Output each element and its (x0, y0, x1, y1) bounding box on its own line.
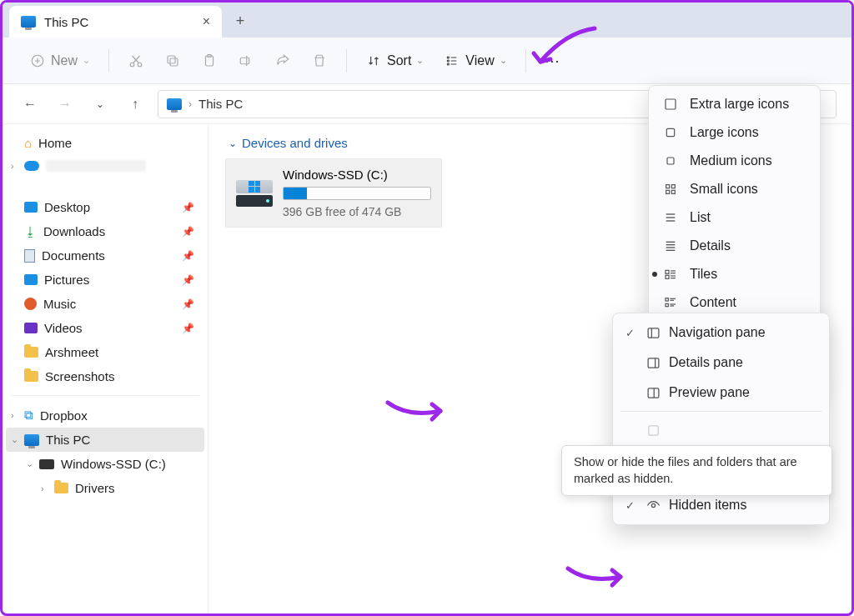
monitor-icon (21, 16, 36, 28)
sort-button[interactable]: Sort ⌄ (359, 48, 430, 74)
content-icon (663, 295, 678, 310)
chevron-down-icon[interactable]: ⌄ (26, 458, 33, 469)
monitor-icon (24, 434, 39, 446)
chevron-right-icon[interactable]: › (41, 483, 44, 493)
submenu-item-navigation-pane[interactable]: ✓Navigation pane (617, 318, 825, 348)
paste-icon (201, 53, 218, 69)
svg-rect-51 (648, 425, 657, 434)
menu-item-large[interactable]: Large icons (653, 118, 816, 147)
svg-point-52 (651, 503, 655, 507)
sidebar-item-documents[interactable]: Documents📌 (6, 243, 204, 268)
selected-dot-icon (652, 272, 657, 277)
sidebar-item-home[interactable]: ⌂ Home (6, 131, 204, 155)
new-tab-button[interactable]: + (227, 8, 254, 34)
sidebar-label: This PC (46, 433, 90, 447)
details-icon (663, 238, 678, 253)
sidebar-item-folder[interactable]: Arshmeet (6, 340, 204, 364)
view-button[interactable]: View ⌄ (437, 48, 513, 74)
folder-icon (24, 347, 38, 358)
plus-circle-icon (29, 53, 46, 69)
menu-item-list[interactable]: List (653, 203, 816, 232)
sidebar-item-pictures[interactable]: Pictures📌 (6, 268, 204, 292)
home-icon: ⌂ (24, 136, 32, 150)
separator (11, 395, 199, 396)
tiles-icon (663, 267, 678, 282)
sidebar-item-music[interactable]: Music📌 (6, 292, 204, 316)
sidebar-item-folder[interactable]: Screenshots (6, 364, 204, 388)
desktop-icon (24, 202, 38, 213)
drive-name: Windows-SSD (C:) (283, 168, 431, 182)
submenu-label: Navigation pane (669, 325, 766, 340)
submenu-item-details-pane[interactable]: Details pane (617, 348, 825, 378)
separator (108, 49, 109, 73)
svg-rect-24 (666, 190, 670, 193)
sidebar-label: Windows-SSD (C:) (61, 457, 166, 471)
sidebar-item-thispc[interactable]: ⌄This PC (6, 428, 204, 452)
submenu-item-preview-pane[interactable]: Preview pane (617, 378, 825, 408)
chevron-down-icon: ⌄ (229, 138, 237, 149)
back-button[interactable]: ← (18, 92, 43, 117)
rename-button[interactable] (231, 48, 261, 74)
sidebar-label: Documents (42, 248, 105, 263)
document-icon (24, 249, 35, 263)
sidebar-item-ssd[interactable]: ⌄Windows-SSD (C:) (6, 452, 204, 476)
new-button[interactable]: New ⌄ (23, 48, 97, 74)
svg-rect-7 (170, 58, 178, 66)
sidebar-item-downloads[interactable]: ⭳Downloads📌 (6, 219, 204, 243)
sidebar-item-videos[interactable]: Videos📌 (6, 316, 204, 340)
folder-icon (24, 371, 38, 382)
pin-icon: 📌 (182, 250, 194, 262)
drive-tile[interactable]: Windows-SSD (C:) 396 GB free of 474 GB (225, 158, 442, 228)
menu-label: Medium icons (690, 153, 772, 168)
forward-button[interactable]: → (53, 92, 78, 117)
drive-free-text: 396 GB free of 474 GB (283, 205, 431, 218)
svg-line-6 (133, 56, 139, 63)
pin-icon: 📌 (182, 323, 194, 334)
sidebar-label: Home (38, 136, 72, 150)
sidebar-item-dropbox[interactable]: ›⧉Dropbox (6, 403, 204, 428)
chevron-down-icon[interactable]: ⌄ (11, 434, 18, 445)
cloud-icon (24, 161, 39, 171)
sidebar-item-desktop[interactable]: Desktop📌 (6, 195, 204, 219)
submenu-label: Hidden items (669, 498, 746, 513)
details-pane-icon (646, 355, 661, 370)
menu-item-details[interactable]: Details (653, 232, 816, 260)
toolbar: New ⌄ Sort ⌄ View ⌄ ⋯ (3, 38, 851, 84)
cut-button[interactable] (121, 48, 151, 74)
svg-rect-36 (666, 275, 669, 278)
submenu-item-truncated[interactable]: … (617, 415, 825, 445)
menu-item-extra-large[interactable]: Extra large icons (653, 90, 816, 118)
menu-item-medium[interactable]: Medium icons (653, 147, 816, 175)
dropbox-icon: ⧉ (24, 408, 33, 423)
chevron-right-icon[interactable]: › (11, 161, 14, 171)
chevron-down-icon: ⌄ (416, 55, 424, 66)
tab-this-pc[interactable]: This PC × (9, 6, 222, 38)
copy-button[interactable] (158, 48, 188, 74)
tab-strip: This PC × + (3, 3, 851, 38)
svg-rect-19 (666, 99, 676, 109)
recent-dropdown[interactable]: ⌄ (88, 92, 113, 117)
close-tab-icon[interactable]: × (203, 14, 210, 29)
svg-rect-33 (666, 270, 669, 273)
sidebar-item-onedrive[interactable]: › (6, 155, 204, 177)
share-button[interactable] (268, 48, 298, 74)
svg-rect-42 (666, 303, 668, 306)
eye-icon (646, 498, 661, 513)
pin-icon: 📌 (182, 202, 194, 213)
sidebar-item-drivers[interactable]: ›Drivers (6, 476, 204, 500)
delete-button[interactable] (304, 48, 334, 74)
navigation-pane: ⌂ Home › Desktop📌 ⭳Downloads📌 Documents📌… (3, 124, 208, 613)
share-icon (274, 53, 291, 69)
menu-item-tiles[interactable]: Tiles (653, 260, 816, 288)
svg-rect-45 (648, 328, 659, 337)
menu-label: Small icons (690, 182, 758, 197)
chevron-right-icon[interactable]: › (11, 410, 14, 420)
checkbox-icon (646, 423, 661, 438)
paste-button[interactable] (194, 48, 224, 74)
menu-item-small[interactable]: Small icons (653, 175, 816, 203)
sidebar-label: Desktop (44, 200, 90, 214)
annotation-arrow (564, 558, 630, 592)
sidebar-label: Music (43, 297, 76, 311)
up-button[interactable]: ↑ (123, 92, 148, 117)
picture-icon (24, 274, 38, 285)
